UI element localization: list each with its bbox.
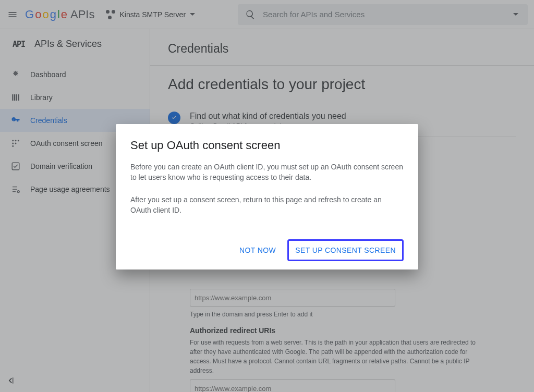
modal-scrim[interactable]: Set up OAuth consent screen Before you c… bbox=[0, 0, 534, 392]
dialog-paragraph-2: After you set up a consent screen, retur… bbox=[130, 194, 404, 216]
setup-consent-button[interactable]: SET UP CONSENT SCREEN bbox=[287, 239, 404, 261]
dialog-paragraph-1: Before you can create an OAuth client ID… bbox=[130, 162, 404, 183]
oauth-consent-dialog: Set up OAuth consent screen Before you c… bbox=[116, 124, 418, 270]
dialog-title: Set up OAuth consent screen bbox=[130, 139, 404, 152]
dialog-actions: NOT NOW SET UP CONSENT SCREEN bbox=[130, 239, 404, 261]
not-now-button[interactable]: NOT NOW bbox=[233, 239, 282, 261]
